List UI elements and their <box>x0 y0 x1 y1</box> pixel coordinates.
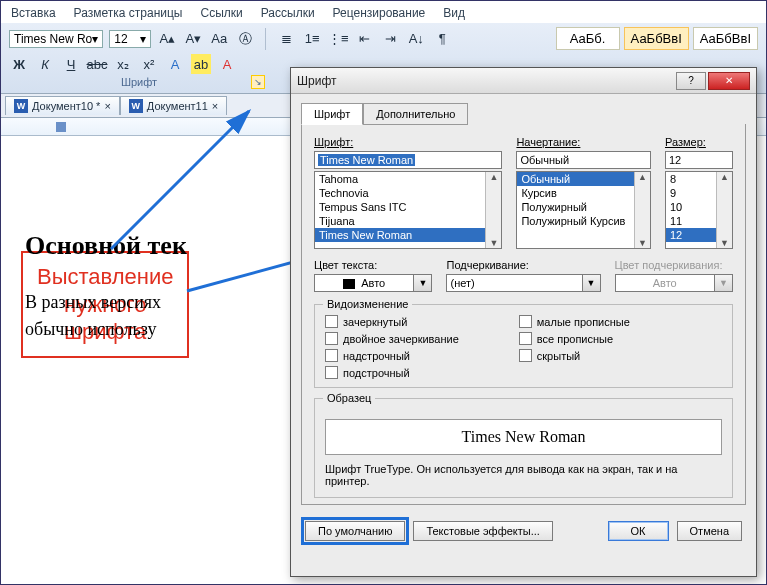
change-case-button[interactable]: Aa <box>209 29 229 49</box>
chk-subscript[interactable]: подстрочный <box>343 367 410 379</box>
tab-insert[interactable]: Вставка <box>11 6 56 20</box>
text-effects-button[interactable]: A <box>165 54 185 74</box>
dialog-titlebar[interactable]: Шрифт ? ✕ <box>291 68 756 94</box>
checkbox[interactable] <box>325 332 338 345</box>
font-dialog-launcher[interactable]: ↘ <box>251 75 265 89</box>
clear-format-button[interactable]: Ⓐ <box>235 29 255 49</box>
bullets-button[interactable]: ≣ <box>276 29 296 49</box>
chevron-down-icon: ▼ <box>715 274 733 292</box>
list-item[interactable]: Technovia <box>315 186 501 200</box>
list-item[interactable]: Tempus Sans ITC <box>315 200 501 214</box>
close-button[interactable]: ✕ <box>708 72 750 90</box>
chk-smallcaps[interactable]: малые прописные <box>537 316 630 328</box>
chk-dblstrike[interactable]: двойное зачеркивание <box>343 333 459 345</box>
show-marks-button[interactable]: ¶ <box>432 29 452 49</box>
font-color-button[interactable]: A <box>217 54 237 74</box>
close-icon[interactable]: × <box>104 100 110 112</box>
word-doc-icon: W <box>14 99 28 113</box>
subscript-button[interactable]: x₂ <box>113 54 133 74</box>
tab-font[interactable]: Шрифт <box>301 103 363 125</box>
doc-tab-2[interactable]: W Документ11 × <box>120 96 227 115</box>
underline-value: (нет) <box>446 274 582 292</box>
indent-inc-button[interactable]: ⇥ <box>380 29 400 49</box>
shrink-font-button[interactable]: A▾ <box>183 29 203 49</box>
cancel-button[interactable]: Отмена <box>677 521 742 541</box>
list-item[interactable]: Tijuana <box>315 214 501 228</box>
font-name-input[interactable]: Times New Roman <box>314 151 502 169</box>
font-listbox[interactable]: Tahoma Technovia Tempus Sans ITC Tijuana… <box>314 171 502 249</box>
sample-group: Образец Times New Roman Шрифт TrueType. … <box>314 398 733 498</box>
tab-mail[interactable]: Рассылки <box>261 6 315 20</box>
tab-review[interactable]: Рецензирование <box>333 6 426 20</box>
size-listbox[interactable]: 8 9 10 11 12 ▲▼ <box>665 171 733 249</box>
scrollbar[interactable]: ▲▼ <box>716 172 732 248</box>
close-icon[interactable]: × <box>212 100 218 112</box>
scrollbar[interactable]: ▲▼ <box>485 172 501 248</box>
doc-tab-1[interactable]: W Документ10 * × <box>5 96 120 115</box>
separator <box>265 28 266 50</box>
font-name-combo[interactable]: Times New Ro▾ <box>9 30 103 48</box>
chk-allcaps[interactable]: все прописные <box>537 333 613 345</box>
bold-button[interactable]: Ж <box>9 54 29 74</box>
list-item[interactable]: Tahoma <box>315 172 501 186</box>
list-item[interactable]: Обычный <box>517 172 650 186</box>
list-item[interactable]: Полужирный <box>517 200 650 214</box>
strike-button[interactable]: abc <box>87 54 107 74</box>
scroll-down-icon[interactable]: ▼ <box>635 238 650 248</box>
scrollbar[interactable]: ▲▼ <box>634 172 650 248</box>
list-item[interactable]: Полужирный Курсив <box>517 214 650 228</box>
grow-font-button[interactable]: A▴ <box>157 29 177 49</box>
font-size-combo[interactable]: 12▾ <box>109 30 151 48</box>
underline-combo[interactable]: (нет) ▼ <box>446 274 600 292</box>
ribbon-tab-strip: Вставка Разметка страницы Ссылки Рассылк… <box>1 1 766 23</box>
tab-advanced[interactable]: Дополнительно <box>363 103 468 125</box>
superscript-button[interactable]: x² <box>139 54 159 74</box>
chk-superscript[interactable]: надстрочный <box>343 350 410 362</box>
default-button[interactable]: По умолчанию <box>305 521 405 541</box>
chevron-down-icon[interactable]: ▼ <box>583 274 601 292</box>
style-listbox[interactable]: Обычный Курсив Полужирный Полужирный Кур… <box>516 171 651 249</box>
scroll-down-icon[interactable]: ▼ <box>486 238 501 248</box>
sample-legend: Образец <box>323 392 375 404</box>
font-name-value: Times New Ro <box>14 32 92 46</box>
text-effects-button[interactable]: Текстовые эффекты... <box>413 521 553 541</box>
style-normal[interactable]: АаБб. <box>556 27 620 50</box>
italic-button[interactable]: К <box>35 54 55 74</box>
word-doc-icon: W <box>129 99 143 113</box>
tab-view[interactable]: Вид <box>443 6 465 20</box>
chk-hidden[interactable]: скрытый <box>537 350 580 362</box>
tab-layout[interactable]: Разметка страницы <box>74 6 183 20</box>
checkbox[interactable] <box>325 315 338 328</box>
sort-button[interactable]: A↓ <box>406 29 426 49</box>
size-input[interactable]: 12 <box>665 151 733 169</box>
underline-color-label: Цвет подчеркивания: <box>615 259 733 271</box>
checkbox[interactable] <box>519 332 532 345</box>
checkbox[interactable] <box>325 349 338 362</box>
list-item[interactable]: Курсив <box>517 186 650 200</box>
font-color-combo[interactable]: Авто ▼ <box>314 274 432 292</box>
underline-button[interactable]: Ч <box>61 54 81 74</box>
scroll-up-icon[interactable]: ▲ <box>635 172 650 182</box>
doc-tab-2-label: Документ11 <box>147 100 208 112</box>
indent-dec-button[interactable]: ⇤ <box>354 29 374 49</box>
tab-refs[interactable]: Ссылки <box>200 6 242 20</box>
highlight-button[interactable]: ab <box>191 54 211 74</box>
document-body: Основной тек В разных версиях обычно исп… <box>25 231 305 343</box>
style-heading1[interactable]: АаБбВвІ <box>624 27 689 50</box>
scroll-up-icon[interactable]: ▲ <box>717 172 732 182</box>
help-button[interactable]: ? <box>676 72 706 90</box>
chk-strike[interactable]: зачеркнутый <box>343 316 407 328</box>
numbering-button[interactable]: 1≡ <box>302 29 322 49</box>
checkbox[interactable] <box>519 315 532 328</box>
list-item[interactable]: Times New Roman <box>315 228 501 242</box>
scroll-up-icon[interactable]: ▲ <box>486 172 501 182</box>
scroll-down-icon[interactable]: ▼ <box>717 238 732 248</box>
checkbox[interactable] <box>519 349 532 362</box>
ruler-marker[interactable] <box>56 122 66 132</box>
chevron-down-icon[interactable]: ▼ <box>414 274 432 292</box>
checkbox[interactable] <box>325 366 338 379</box>
multilevel-button[interactable]: ⋮≡ <box>328 29 348 49</box>
style-input[interactable]: Обычный <box>516 151 651 169</box>
ok-button[interactable]: ОК <box>608 521 669 541</box>
style-heading2[interactable]: АаБбВвІ <box>693 27 758 50</box>
